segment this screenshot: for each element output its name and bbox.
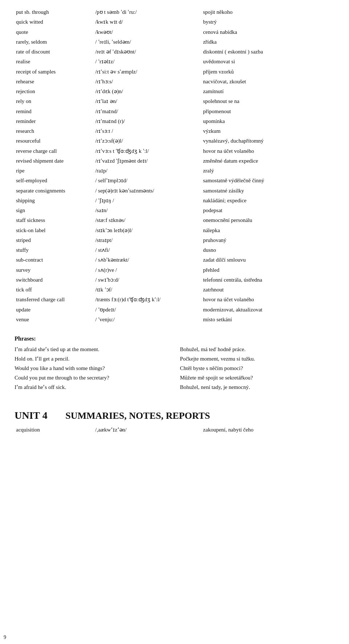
vocab-translation: nakládání; expedice <box>201 196 338 206</box>
vocab-translation: místo setkání <box>201 315 338 325</box>
vocab-translation: nacvičovat, zkoušet <box>201 77 338 87</box>
vocab-translation: změněné datum expedice <box>201 156 338 166</box>
vocab-row: venue / ˈvenju:/ místo setkání <box>15 315 338 325</box>
vocab-phonetic: / sep(ə)rɪt kənˈsaɪnmənts/ <box>94 186 202 196</box>
vocab-phonetic: /rɪˈhɜ:s/ <box>94 77 202 87</box>
vocab-translation: spojit někoho <box>201 7 338 17</box>
vocab-translation: samostatné zásilky <box>201 186 338 196</box>
vocab-translation: diskontní ( eskontní ) sazba <box>201 47 338 57</box>
vocab-phonetic: /reɪt əf ˈdɪskəʊnt/ <box>94 47 202 57</box>
vocab-term: stick-on label <box>15 226 94 235</box>
vocab-translation: zralý <box>201 166 338 176</box>
unit-section: UNIT 4 SUMMARIES, NOTES, REPORTS acquisi… <box>15 410 338 435</box>
vocab-row: rarely, seldom / ˈreɪli, ˈseldəm/ zřídka <box>15 37 338 47</box>
vocab-row: sub-contract / sʌbˈkəntrækt/ zadat dílčí… <box>15 255 338 265</box>
vocab-row: rehearse /rɪˈhɜ:s/ nacvičovat, zkoušet <box>15 77 338 87</box>
vocab-term: self-employed <box>15 176 94 186</box>
vocab-term: sign <box>15 206 94 215</box>
vocab-row: put sb. through /pʊ t səmb ˈdi ˈru:/ spo… <box>15 7 338 17</box>
phrase-czech: Bohužel, má teď hodně práce. <box>180 345 338 354</box>
vocab-phonetic: / ˈvenju:/ <box>94 315 202 325</box>
phrase-row: Hold on. Iʼll get a pencil. Počkejte mom… <box>15 354 338 363</box>
unit-vocab-translation: zakoupení, nabytí čeho <box>202 425 338 435</box>
vocab-row: tick off /tɪk ˈɔf/ zatrhnout <box>15 285 338 295</box>
vocab-term: rate of discount <box>15 47 94 57</box>
vocab-translation: spolehnout se na <box>201 96 338 106</box>
vocab-row: rejection /rɪˈdɛk (ə)n/ zamítnutí <box>15 87 338 96</box>
vocab-phonetic: / sʌbˈkəntrækt/ <box>94 255 202 265</box>
vocab-term: revised shipment date <box>15 156 94 166</box>
vocab-term: rehearse <box>15 77 94 87</box>
vocab-translation: zatrhnout <box>201 285 338 295</box>
vocab-phonetic: /tɪk ˈɔf/ <box>94 285 202 295</box>
vocab-term: separate consignments <box>15 186 94 196</box>
vocab-row: research /rɪˈsɜ:t / výzkum <box>15 126 338 136</box>
vocab-phonetic: /saɪn/ <box>94 206 202 215</box>
vocab-phonetic: / ˈʊpdeɪt/ <box>94 305 202 315</box>
vocab-translation: bystrý <box>201 17 338 27</box>
vocab-term: realise <box>15 57 94 67</box>
vocab-term: rejection <box>15 87 94 96</box>
vocab-translation: podepsat <box>201 206 338 215</box>
vocab-translation: příjem vzorků <box>201 67 338 77</box>
vocab-term: ripe <box>15 166 94 176</box>
vocab-phonetic: / stʌfi/ <box>94 245 202 255</box>
vocab-row: self-employed / selfˈɪmplɔɪd/ samostatně… <box>15 176 338 186</box>
vocab-row: switchboard / swɪˈbɔ:d/ telefonní centrá… <box>15 275 338 285</box>
vocab-phonetic: / selfˈɪmplɔɪd/ <box>94 176 202 186</box>
vocab-term: striped <box>15 235 94 245</box>
vocab-row: reminder /rɪˈmaɪnd (r)/ upomínka <box>15 116 338 126</box>
vocab-phonetic: /rɪˈmaɪnd/ <box>94 107 202 116</box>
vocab-row: quick witted /kwɪk wɪt d/ bystrý <box>15 17 338 27</box>
vocab-term: shipping <box>15 196 94 206</box>
vocab-row: sign /saɪn/ podepsat <box>15 206 338 215</box>
vocab-phonetic: /rɪˈmaɪnd (r)/ <box>94 116 202 126</box>
vocab-term: tick off <box>15 285 94 295</box>
unit-title: SUMMARIES, NOTES, REPORTS <box>65 410 210 421</box>
vocab-row: shipping / ˈʃɪpɪŋ / nakládání; expedice <box>15 196 338 206</box>
vocab-term: resourceful <box>15 136 94 146</box>
vocab-term: venue <box>15 315 94 325</box>
vocab-phonetic: /pʊ t səmb ˈdi ˈru:/ <box>94 7 202 17</box>
phrase-czech: Počkejte moment, vezmu si tužku. <box>180 354 338 363</box>
vocab-table: put sb. through /pʊ t səmb ˈdi ˈru:/ spo… <box>15 7 338 325</box>
vocab-translation: pruhovaný <box>201 235 338 245</box>
vocab-term: reverse charge call <box>15 146 94 156</box>
unit-vocab-phonetic: /ˌaækwʼɪzʼən/ <box>94 425 202 435</box>
vocab-term: receipt of samples <box>15 67 94 77</box>
vocab-translation: modernizovat, aktualizovat <box>201 305 338 315</box>
vocab-phonetic: /straɪpt/ <box>94 235 202 245</box>
vocab-phonetic: / sʌ(r)ve / <box>94 265 202 275</box>
vocab-row: separate consignments / sep(ə)rɪt kənˈsa… <box>15 186 338 196</box>
phrase-row: Iʼm afraid sheʼs tied up at the moment. … <box>15 345 338 354</box>
vocab-row: remind /rɪˈmaɪnd/ připomenout <box>15 107 338 116</box>
vocab-term: staff sickness <box>15 215 94 225</box>
vocab-row: transferred charge call /trænts fɜ:(r)d … <box>15 295 338 305</box>
vocab-phonetic: /rɪˈvaɪzd ˈʃɪpmənt deɪt/ <box>94 156 202 166</box>
phrases-section: Phrases: Iʼm afraid sheʼs tied up at the… <box>15 335 338 391</box>
vocab-phonetic: /rɪˈvɜ:s t ˈʧɑ:ʤdʒ k ˈ:l/ <box>94 146 202 156</box>
phrase-row: Could you put me through to the secretar… <box>15 373 338 382</box>
vocab-row: rely on /rɪˈlaɪ ən/ spolehnout se na <box>15 96 338 106</box>
vocab-row: realise / ˈrɪəlɪz/ uvědomovat si <box>15 57 338 67</box>
vocab-term: research <box>15 126 94 136</box>
vocab-row: resourceful /rɪˈzɔ:sf(ə)l/ vynalézavý, d… <box>15 136 338 146</box>
vocab-phonetic: /rɪˈsɜ:t / <box>94 126 202 136</box>
vocab-row: stick-on label /stɪkˈɔn leɪb(ə)l/ nálepk… <box>15 226 338 235</box>
phrase-english: Hold on. Iʼll get a pencil. <box>15 354 173 363</box>
vocab-phonetic: /rɪˈzɔ:sf(ə)l/ <box>94 136 202 146</box>
vocab-phonetic: /kwəʊt/ <box>94 27 202 37</box>
vocab-term: survey <box>15 265 94 275</box>
vocab-translation: telefonní centrála, ústředna <box>201 275 338 285</box>
vocab-row: rate of discount /reɪt əf ˈdɪskəʊnt/ dis… <box>15 47 338 57</box>
vocab-translation: přehled <box>201 265 338 275</box>
vocab-phonetic: /rɪˈlaɪ ən/ <box>94 96 202 106</box>
vocab-phonetic: /stæ:f sɪknəs/ <box>94 215 202 225</box>
vocab-translation: vynalézavý, duchapřítomný <box>201 136 338 146</box>
vocab-term: quote <box>15 27 94 37</box>
vocab-translation: cenová nabídka <box>201 27 338 37</box>
phrase-row: Would you like a hand with some things? … <box>15 364 338 373</box>
phrase-english: Iʼm afraid sheʼs tied up at the moment. <box>15 345 173 354</box>
vocab-translation: připomenout <box>201 107 338 116</box>
vocab-term: reminder <box>15 116 94 126</box>
